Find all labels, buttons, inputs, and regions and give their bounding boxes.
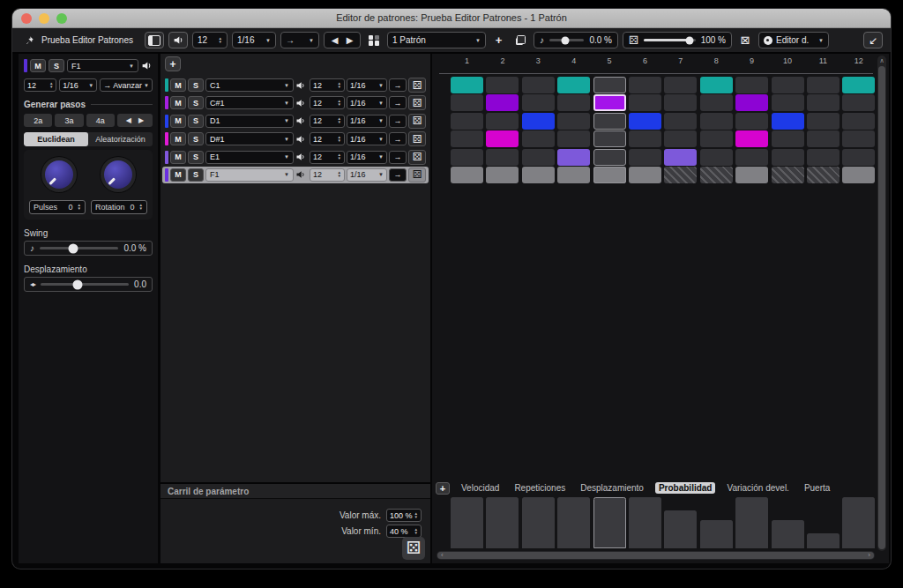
lane-tab-repeticiones[interactable]: Repeticiones — [511, 482, 569, 494]
note-select[interactable]: E1▼ — [205, 151, 294, 164]
solo-button[interactable]: S — [49, 59, 64, 72]
step-cell[interactable] — [522, 130, 555, 147]
step-cell[interactable] — [486, 113, 519, 130]
stepper-arrows-icon[interactable]: ▲▼ — [338, 136, 341, 143]
step-cell[interactable] — [451, 113, 483, 130]
step-cell[interactable] — [807, 130, 840, 147]
step-cell[interactable] — [557, 77, 590, 93]
lane-tab-velocidad[interactable]: Velocidad — [458, 482, 503, 494]
generate-next-button[interactable]: ▶ — [138, 116, 144, 124]
stepper-arrows-icon[interactable]: ▲▼ — [338, 153, 341, 160]
step-cell[interactable] — [807, 77, 840, 93]
step-cell[interactable] — [629, 149, 661, 166]
tab-aleatorización[interactable]: Aleatorización — [88, 132, 153, 146]
clear-pattern-button[interactable]: ⊠ — [736, 32, 754, 48]
note-select[interactable]: C1▼ — [205, 78, 294, 92]
step-cell[interactable] — [451, 77, 483, 93]
step-cell[interactable] — [664, 94, 697, 111]
max-value-stepper[interactable]: 100 % ▲▼ — [386, 509, 422, 522]
stepper-arrows-icon[interactable]: ▲▼ — [414, 512, 418, 519]
random-slider-handle[interactable] — [685, 36, 693, 44]
step-cell[interactable] — [700, 167, 733, 183]
stepper-arrows-icon[interactable]: ▲▼ — [338, 100, 341, 107]
swing-slider[interactable] — [549, 39, 584, 41]
step-cell[interactable] — [842, 113, 875, 130]
step-cell[interactable] — [557, 130, 590, 147]
track-resolution-select[interactable]: 1/16▼ — [347, 96, 387, 109]
track-steps-stepper[interactable]: 12▲▼ — [310, 151, 345, 164]
speaker-icon[interactable] — [295, 98, 308, 108]
step-cell[interactable] — [486, 130, 519, 147]
step-cell[interactable] — [593, 113, 626, 130]
randomize-track-button[interactable]: ⚄ — [408, 167, 426, 182]
step-cell[interactable] — [772, 149, 804, 166]
step-cell[interactable] — [735, 94, 768, 111]
step-cell[interactable] — [735, 113, 768, 130]
step-cell[interactable] — [842, 77, 875, 93]
advance-button[interactable]: → — [389, 96, 407, 109]
probability-bar[interactable] — [735, 497, 768, 548]
lane-tab-puerta[interactable]: Puerta — [801, 482, 833, 494]
step-cell[interactable] — [629, 77, 661, 93]
step-cell[interactable] — [807, 94, 840, 111]
advance-button[interactable]: → — [389, 151, 407, 164]
offset-slider-handle[interactable] — [73, 279, 83, 289]
track-steps-stepper[interactable]: 12▲▼ — [310, 168, 345, 182]
step-cell[interactable] — [451, 94, 483, 111]
speaker-icon[interactable] — [141, 60, 153, 71]
rotation-stepper[interactable]: Rotation 0 ▲▼ — [91, 200, 147, 214]
step-cell[interactable] — [700, 94, 733, 111]
speaker-icon[interactable] — [295, 115, 308, 126]
randomize-track-button[interactable]: ⚄ — [408, 150, 426, 165]
mute-button[interactable]: M — [170, 96, 186, 109]
add-lane-button[interactable]: + — [436, 482, 450, 495]
stepper-arrows-icon[interactable]: ▲▼ — [78, 204, 81, 211]
mute-button[interactable]: M — [170, 151, 186, 164]
step-cell[interactable] — [593, 77, 626, 93]
track-row[interactable]: MSD1▼12▲▼1/16▼→⚄ — [162, 113, 429, 130]
note-select[interactable]: F1 ▼ — [67, 59, 138, 72]
sidebar-swing-slider[interactable] — [40, 247, 118, 249]
step-cell[interactable] — [451, 149, 483, 166]
step-cell[interactable] — [807, 149, 840, 166]
probability-bar[interactable] — [629, 497, 661, 548]
duplicate-pattern-button[interactable] — [511, 32, 529, 48]
step-cell[interactable] — [451, 130, 483, 147]
advance-mode-select[interactable]: → Avanzar ▼ — [100, 78, 153, 92]
mute-button[interactable]: M — [170, 168, 186, 182]
step-cell[interactable] — [664, 130, 697, 147]
track-resolution-select[interactable]: 1/16 ▼ — [59, 78, 97, 92]
probability-bar[interactable] — [807, 533, 840, 548]
track-steps-stepper[interactable]: 12▲▼ — [310, 115, 345, 128]
track-row[interactable]: MSF1▼12▲▼1/16▼→⚄ — [162, 167, 429, 183]
step-count-stepper[interactable]: 12 ▲▼ — [192, 32, 228, 48]
step-cell[interactable] — [557, 149, 590, 166]
solo-button[interactable]: S — [188, 132, 204, 145]
step-cell[interactable] — [772, 77, 804, 93]
vertical-scrollbar[interactable]: ∧ — [877, 56, 886, 551]
track-resolution-select[interactable]: 1/16▼ — [347, 168, 387, 182]
step-cell[interactable] — [700, 130, 733, 147]
stepper-arrows-icon[interactable]: ▲▼ — [338, 82, 341, 89]
step-cell[interactable] — [700, 113, 733, 130]
solo-button[interactable]: S — [188, 78, 204, 92]
step-cell[interactable] — [486, 77, 519, 93]
min-value-stepper[interactable]: 40 % ▲▼ — [386, 525, 422, 538]
preset-button-3a[interactable]: 3a — [55, 114, 83, 127]
mute-button[interactable]: M — [170, 78, 186, 92]
preset-button-4a[interactable]: 4a — [86, 114, 115, 127]
step-cell[interactable] — [629, 94, 661, 111]
step-cell[interactable] — [842, 149, 875, 166]
step-cell[interactable] — [522, 149, 555, 166]
swing-slider-handle[interactable] — [561, 36, 569, 44]
step-cell[interactable] — [772, 113, 804, 130]
stepper-arrows-icon[interactable]: ▲▼ — [139, 204, 143, 211]
speaker-icon[interactable] — [295, 169, 308, 180]
track-steps-stepper[interactable]: 12▲▼ — [310, 96, 345, 109]
step-cell[interactable] — [664, 167, 697, 183]
track-steps-stepper[interactable]: 12▲▼ — [310, 132, 345, 145]
probability-bar[interactable] — [664, 510, 697, 549]
track-resolution-select[interactable]: 1/16▼ — [347, 132, 387, 145]
step-cell[interactable] — [664, 113, 697, 130]
advance-button[interactable]: → — [389, 78, 407, 92]
